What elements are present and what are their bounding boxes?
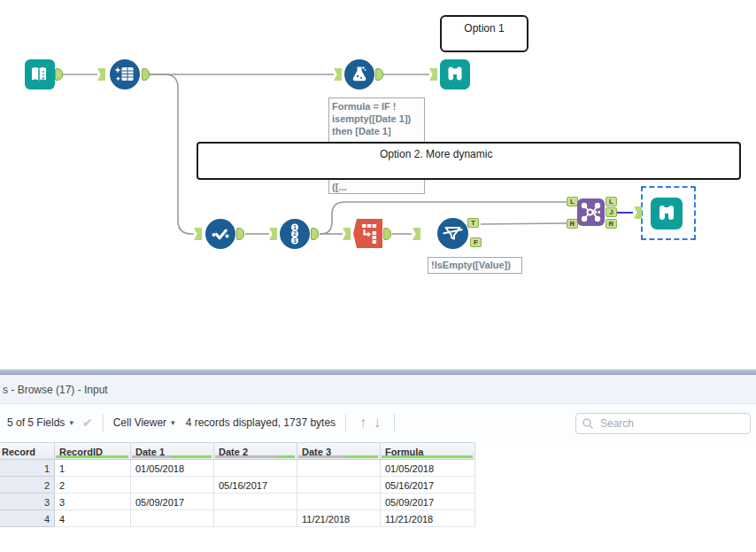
tool-record-id[interactable]: 1 2 3 — [280, 219, 310, 253]
filter-false-port[interactable]: F — [470, 237, 482, 247]
record-id-digit-2: 2 — [293, 230, 297, 237]
formula-input-anchor[interactable] — [334, 68, 342, 81]
browse1-input-anchor[interactable] — [429, 68, 437, 81]
search-box[interactable] — [575, 413, 751, 434]
tool-browse-selected[interactable] — [651, 198, 683, 233]
tool-filter[interactable] — [437, 218, 468, 253]
cell-date2[interactable] — [214, 494, 297, 510]
tool-data-cleansing[interactable] — [110, 59, 140, 93]
filter-icon — [437, 218, 468, 249]
formula-annotation-line1: Formula = IF ! — [332, 100, 421, 113]
cleanse-input-anchor[interactable] — [97, 68, 105, 81]
tool-browse-top[interactable] — [440, 59, 470, 93]
table-row: 2 2 05/16/2017 05/16/2017 — [0, 477, 475, 494]
connection-filter-true-to-join-right[interactable] — [481, 223, 567, 224]
formula-annotation-overflow: ([... — [332, 182, 347, 192]
transpose-output-anchor[interactable] — [383, 228, 391, 240]
cell-date1[interactable]: 05/09/2017 — [131, 494, 214, 510]
row-number-cell[interactable]: 2 — [0, 477, 55, 494]
cell-date3[interactable] — [297, 494, 381, 510]
fields-dropdown[interactable]: 5 of 5 Fields ▾ — [7, 416, 73, 429]
alteryx-designer-window: Option 1 Formula = IF ! isempty([Date 1]… — [0, 0, 756, 552]
input-data-output-anchor[interactable] — [55, 68, 63, 81]
filter-input-anchor[interactable] — [413, 228, 420, 240]
record-id-digit-3: 3 — [293, 237, 297, 244]
select-input-anchor[interactable] — [194, 228, 202, 240]
record-id-digit-1: 1 — [293, 224, 297, 230]
arrow-up-icon[interactable]: ↑ — [359, 415, 366, 431]
cell-date1[interactable] — [131, 510, 214, 527]
table-row: 4 4 11/21/2018 11/21/2018 — [0, 510, 475, 527]
quality-bar — [56, 455, 128, 458]
cell-date2[interactable] — [214, 510, 297, 527]
cell-date3[interactable] — [297, 460, 381, 477]
cell-recordid[interactable]: 1 — [55, 460, 131, 477]
transpose-input-anchor[interactable] — [343, 228, 351, 240]
cell-viewer-dropdown[interactable]: Cell Viewer ▾ — [113, 416, 175, 429]
search-input[interactable] — [598, 416, 744, 431]
column-header-date3[interactable]: Date 3 — [297, 442, 381, 460]
results-panel-title: s - Browse (17) - Input — [0, 375, 756, 404]
formula-annotation-line2: isempty([Date 1]) — [332, 113, 421, 125]
filter-annotation-text: !IsEmpty([Value]) — [431, 260, 511, 270]
toolbar-divider — [103, 414, 104, 431]
filter-annotation[interactable]: !IsEmpty([Value]) — [428, 257, 522, 274]
cell-formula[interactable]: 11/21/2018 — [381, 510, 475, 527]
cell-date2[interactable] — [214, 460, 297, 477]
cell-date2[interactable]: 05/16/2017 — [214, 477, 297, 494]
comment-box-option1[interactable]: Option 1 — [440, 15, 528, 52]
comment-option1-label: Option 1 — [464, 22, 504, 35]
join-output-right-port[interactable]: R — [606, 219, 617, 229]
cell-formula[interactable]: 05/16/2017 — [381, 477, 475, 494]
connection-cleanse-to-select[interactable] — [150, 74, 194, 234]
tool-transpose[interactable] — [353, 219, 382, 248]
cell-formula[interactable]: 01/05/2018 — [381, 460, 475, 477]
cell-date1[interactable] — [131, 477, 214, 494]
row-number-cell[interactable]: 3 — [0, 494, 55, 510]
filter-true-port[interactable]: T — [467, 218, 479, 228]
browse-selected-icon — [651, 198, 683, 229]
join-output-join-port[interactable]: J — [606, 207, 617, 217]
results-grid: Record RecordID Date 1 Date 2 Date 3 — [0, 442, 475, 527]
row-number-cell[interactable]: 1 — [0, 460, 55, 477]
table-row: 3 3 05/09/2017 05/09/2017 — [0, 494, 475, 510]
join-output-left-port[interactable]: L — [606, 197, 617, 206]
cell-date3[interactable]: 11/21/2018 — [297, 510, 381, 527]
cell-recordid[interactable]: 4 — [55, 510, 131, 527]
tool-select[interactable] — [205, 219, 235, 253]
cell-viewer-label: Cell Viewer — [113, 416, 166, 429]
arrow-down-icon[interactable]: ↓ — [374, 415, 381, 431]
quality-bar — [215, 455, 295, 458]
browse2-input-anchor[interactable] — [634, 206, 642, 219]
quality-bar — [382, 455, 473, 458]
quality-bar — [132, 455, 212, 458]
column-header-date1[interactable]: Date 1 — [131, 442, 214, 460]
formula-output-anchor[interactable] — [375, 68, 383, 81]
join-icon — [577, 198, 605, 226]
column-header-date2[interactable]: Date 2 — [214, 442, 297, 460]
apply-checkmark-icon[interactable]: ✔ — [82, 416, 93, 430]
recordid-output-anchor[interactable] — [311, 228, 319, 240]
select-output-anchor[interactable] — [236, 228, 244, 240]
cell-recordid[interactable]: 3 — [55, 494, 131, 510]
cell-date3[interactable] — [297, 477, 381, 494]
column-header-record[interactable]: Record — [0, 442, 55, 460]
comment-box-option2[interactable]: Option 2. More dynamic — [197, 142, 741, 180]
browse-icon — [440, 59, 470, 89]
cell-recordid[interactable]: 2 — [55, 477, 131, 494]
cell-date1[interactable]: 01/05/2018 — [131, 460, 214, 477]
select-icon — [205, 219, 235, 249]
workflow-canvas[interactable]: Option 1 Formula = IF ! isempty([Date 1]… — [0, 0, 756, 369]
cleanse-output-anchor[interactable] — [142, 68, 150, 81]
row-number-cell[interactable]: 4 — [0, 510, 55, 527]
recordid-input-anchor[interactable] — [269, 228, 277, 240]
tool-formula[interactable] — [344, 59, 374, 93]
input-data-icon — [25, 59, 55, 89]
tool-input-data[interactable] — [25, 59, 55, 93]
tool-join[interactable] — [577, 198, 605, 229]
cell-formula[interactable]: 05/09/2017 — [381, 494, 475, 510]
grid-header-row: Record RecordID Date 1 Date 2 Date 3 — [0, 442, 475, 460]
column-header-formula[interactable]: Formula — [381, 442, 475, 460]
column-header-recordid[interactable]: RecordID — [55, 442, 131, 460]
data-cleansing-icon — [110, 59, 140, 89]
